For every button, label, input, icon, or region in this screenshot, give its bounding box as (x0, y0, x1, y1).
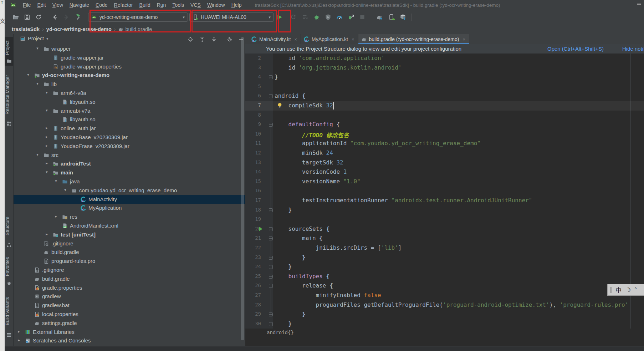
sdk-manager-button[interactable] (400, 14, 406, 20)
minimize-button[interactable] (637, 4, 641, 5)
fold-region-end-icon[interactable] (269, 322, 273, 326)
tree-item-androidmanifest-xml[interactable]: MFAndroidManifest.xml (14, 222, 245, 230)
fold-region-start-icon[interactable] (269, 275, 273, 279)
tree-item-gitignore[interactable]: .gitignore (14, 239, 245, 248)
stripe-tab-resource-manager[interactable]: Resource Manager (5, 68, 14, 128)
save-button[interactable] (24, 14, 30, 20)
chevron-collapsed-icon[interactable]: ▸ (16, 329, 21, 334)
intention-bulb-icon[interactable] (277, 102, 283, 108)
chevron-collapsed-icon[interactable]: ▸ (44, 143, 49, 148)
chevron-collapsed-icon[interactable]: ▸ (44, 161, 49, 166)
gauge-button[interactable] (336, 14, 343, 20)
tree-item-libyauth-so[interactable]: ?libyauth.so (14, 115, 245, 124)
stripe-tab-structure[interactable]: Structure (5, 210, 14, 250)
ime-language-button[interactable]: 中 (615, 285, 622, 294)
chevron-expanded-icon[interactable]: ▾ (35, 46, 40, 51)
fold-region-start-icon[interactable] (269, 236, 273, 240)
chevron-expanded-icon[interactable]: ▾ (26, 72, 31, 77)
tree-item-gradle-wrapper-jar[interactable]: gradle-wrapper.jar (14, 54, 245, 62)
tree-item-armeabi-v7a[interactable]: ▾armeabi-v7a (14, 107, 245, 116)
fold-region-start-icon[interactable] (269, 123, 273, 127)
tree-item-online-auth-jar[interactable]: ▸online_auth.jar (14, 124, 245, 133)
debug-attach-button[interactable] (348, 14, 354, 20)
tree-item-androidtest[interactable]: ▸androidTest (14, 159, 245, 168)
stop-button[interactable] (359, 14, 366, 20)
tree-item-src[interactable]: ▾src (14, 151, 245, 160)
tree-item-myapplication[interactable]: MyApplication (14, 204, 245, 213)
menu-build[interactable]: Build (136, 2, 154, 8)
stripe-tab-project[interactable]: Project (5, 37, 14, 66)
tree-item-proguard-rules-pro[interactable]: proguard-rules.pro (14, 257, 245, 266)
editor-breadcrumb-android[interactable]: android{} (267, 330, 294, 335)
menu-code[interactable]: Code (92, 2, 111, 8)
tree-item-com-youdao-yd-ocr-writing-erase-demo[interactable]: ▾com.youdao.yd_ocr_writing_erase_demo (14, 186, 245, 195)
project-tree-scrollbar[interactable] (241, 37, 244, 340)
ime-drag-handle-icon[interactable] (610, 287, 612, 293)
sync-button[interactable] (35, 14, 42, 20)
menu-navigate[interactable]: Navigate (66, 2, 92, 8)
locate-button[interactable] (188, 36, 193, 42)
apply-code-button[interactable] (302, 14, 308, 20)
editor-tab-mainactivity-kt[interactable]: MainActivity.kt× (249, 34, 301, 44)
ime-fullwidth-moon-icon[interactable]: ☽ (625, 286, 631, 294)
tree-item-libyauth-so[interactable]: ?libyauth.so (14, 98, 245, 107)
menu-view[interactable]: View (49, 2, 66, 8)
menu-vcs[interactable]: VCS (187, 2, 204, 8)
arrow-right-button[interactable] (63, 14, 70, 20)
chevron-expanded-icon[interactable]: ▾ (35, 81, 40, 86)
tree-item-mainactivity[interactable]: MainActivity (14, 195, 245, 204)
project-view-selector[interactable]: Project ▾ (20, 36, 48, 41)
expand-all-button[interactable] (199, 36, 205, 42)
menu-edit[interactable]: Edit (34, 2, 49, 8)
banner-open-link[interactable]: Open (Ctrl+Alt+Shift+S) (547, 46, 604, 52)
tree-item-youdaobase-v20230309-jar[interactable]: ▸YoudaoBase_v20230309.jar (14, 133, 245, 142)
menu-run[interactable]: Run (154, 2, 169, 8)
tree-item-res[interactable]: ▸res (14, 213, 245, 222)
fold-region-start-icon[interactable] (269, 94, 273, 98)
menu-help[interactable]: Help (228, 2, 245, 8)
close-icon[interactable]: × (462, 37, 465, 42)
arrow-left-button[interactable] (52, 14, 58, 20)
code-editor[interactable]: 2 id 'com.android.application'3 id 'org.… (245, 54, 644, 329)
tree-item-gradle-properties[interactable]: gradle.properties (14, 284, 245, 292)
banner-hide-link[interactable]: Hide notification (622, 46, 644, 52)
stripe-tab-build-variants[interactable]: Build Variants (5, 290, 14, 340)
tree-item-gradlew[interactable]: gradlew (14, 292, 245, 301)
run-line-marker-icon[interactable] (259, 227, 262, 231)
device-manager-button[interactable] (388, 14, 395, 20)
chevron-expanded-icon[interactable]: ▾ (35, 152, 40, 157)
menu-refactor[interactable]: Refactor (111, 2, 136, 8)
fold-region-start-icon[interactable] (269, 284, 273, 288)
debug-button[interactable] (313, 14, 320, 20)
tree-item-external-libraries[interactable]: ▸External Libraries (14, 328, 245, 337)
tree-item-test-unittest[interactable]: ▸test [unitTest] (14, 230, 245, 239)
tree-item-gitignore[interactable]: .gitignore (14, 266, 245, 275)
hammer-button[interactable] (75, 14, 82, 20)
tree-item-yd-ocr-writing-erase-demo[interactable]: ▾yd-ocr-writing-erase-demo (14, 71, 245, 80)
tree-item-gradle-wrapper-properties[interactable]: gradle-wrapper.properties (14, 62, 245, 71)
chevron-expanded-icon[interactable]: ▾ (44, 170, 49, 174)
close-icon[interactable]: × (352, 37, 354, 42)
chevron-expanded-icon[interactable]: ▾ (44, 108, 49, 113)
menu-tools[interactable]: Tools (169, 2, 187, 8)
collapse-all-button[interactable] (211, 36, 217, 42)
gradle-sync-button[interactable] (376, 14, 383, 20)
tree-item-java[interactable]: ▾java (14, 177, 245, 186)
tree-item-arm64-v8a[interactable]: ▾arm64-v8a (14, 89, 245, 98)
ime-punctuation-icon[interactable]: ° (634, 287, 637, 293)
tree-item-build-gradle[interactable]: build.gradle (14, 248, 245, 257)
settings-button[interactable] (227, 36, 232, 42)
chevron-collapsed-icon[interactable]: ▸ (53, 214, 58, 219)
tree-item-main[interactable]: ▾main (14, 168, 245, 177)
tree-item-youdaoerase-v20230309-jar[interactable]: ▸YoudaoErase_v20230309.jar (14, 142, 245, 151)
tree-item-build-gradle[interactable]: build.gradle (14, 275, 245, 284)
chevron-expanded-icon[interactable]: ▾ (53, 179, 58, 183)
close-icon[interactable]: × (294, 37, 297, 42)
chevron-collapsed-icon[interactable]: ▸ (44, 126, 49, 130)
tree-item-lib[interactable]: ▾lib (14, 80, 245, 89)
editor-tab-build-gradle-yd-ocr-writing-erase-demo[interactable]: build.gradle (:yd-ocr-writing-erase-demo… (358, 34, 469, 44)
chevron-collapsed-icon[interactable]: ▸ (44, 232, 49, 236)
folder-open-button[interactable] (12, 14, 19, 20)
chevron-expanded-icon[interactable]: ▾ (44, 90, 49, 95)
tree-item-settings-gradle[interactable]: settings.gradle (14, 319, 245, 328)
